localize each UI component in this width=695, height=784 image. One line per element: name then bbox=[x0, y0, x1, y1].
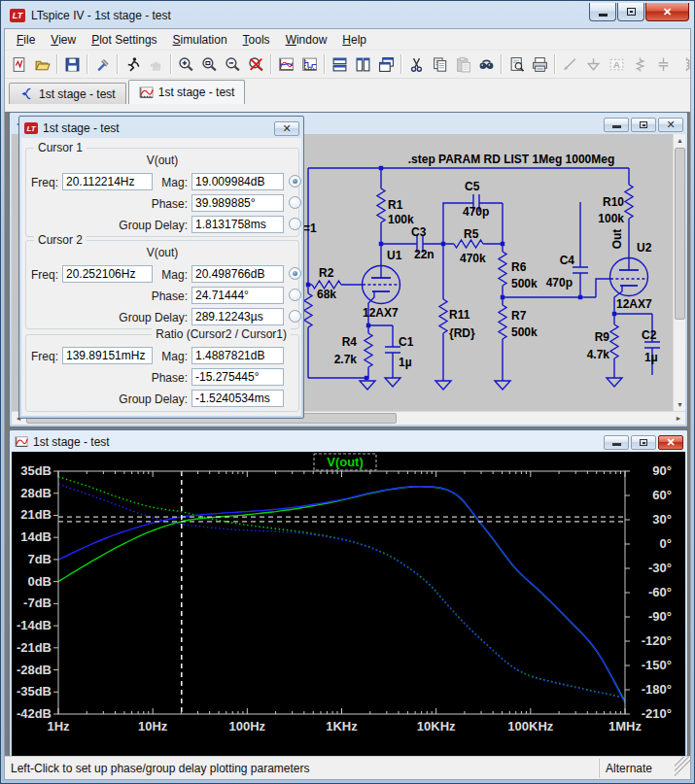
cut-button[interactable] bbox=[404, 53, 428, 76]
component-value[interactable]: 470k bbox=[460, 252, 486, 265]
cursor2-mag-radio[interactable] bbox=[289, 267, 301, 280]
component-ref[interactable]: R11 bbox=[449, 308, 470, 322]
net-label-out[interactable]: Out bbox=[610, 229, 624, 250]
menu-file[interactable]: File bbox=[9, 30, 43, 50]
minimize-button[interactable] bbox=[589, 3, 616, 21]
schematic-close-button[interactable]: ✕ bbox=[658, 118, 683, 132]
component-ref[interactable]: C3 bbox=[411, 225, 427, 239]
resistor-symbol-R4[interactable] bbox=[365, 325, 372, 379]
cursor2-phase-radio[interactable] bbox=[289, 289, 301, 301]
bode-plot-pane[interactable]: 35dB28dB21dB14dB7dB0dB-7dB-14dB-21dB-28d… bbox=[12, 452, 685, 754]
component-value[interactable]: 100k bbox=[388, 213, 414, 226]
tube-ref[interactable]: U2 bbox=[637, 241, 652, 255]
cursor-dialog-titlebar[interactable]: LT 1st stage - test ✕ bbox=[21, 119, 301, 138]
component-ref[interactable]: R10 bbox=[603, 195, 624, 209]
component-value[interactable]: {RD} bbox=[449, 326, 475, 340]
menu-window[interactable]: Window bbox=[278, 30, 335, 50]
find-button[interactable] bbox=[474, 53, 498, 76]
scroll-right-icon[interactable]: ► bbox=[672, 412, 685, 425]
tab-schematic[interactable]: 1st stage - test bbox=[9, 83, 126, 104]
plot-close-button[interactable]: ✕ bbox=[658, 435, 683, 450]
print-preview-button[interactable] bbox=[504, 53, 528, 76]
component-ref[interactable]: R5 bbox=[464, 227, 479, 241]
ratio-group-delay-field[interactable] bbox=[191, 390, 284, 407]
menu-view[interactable]: View bbox=[43, 30, 84, 50]
cursor2-group-delay-radio[interactable] bbox=[289, 310, 301, 323]
component-value[interactable]: 500k bbox=[511, 325, 538, 339]
menu-help[interactable]: Help bbox=[334, 30, 374, 50]
autorange-button[interactable] bbox=[274, 53, 297, 76]
menu-plot-settings[interactable]: Plot Settings bbox=[84, 30, 164, 50]
component-ref[interactable]: C5 bbox=[465, 180, 480, 193]
cursor1-mag-radio[interactable] bbox=[289, 175, 301, 187]
cursor1-group-delay-field[interactable] bbox=[191, 216, 284, 233]
new-schematic-button[interactable] bbox=[7, 53, 30, 76]
capacitor-symbol-C4[interactable] bbox=[573, 202, 588, 297]
tube-ref[interactable]: U1 bbox=[387, 249, 402, 262]
component-value[interactable]: 2.7k bbox=[334, 353, 358, 366]
print-button[interactable] bbox=[528, 53, 551, 76]
component-value[interactable]: 500k bbox=[511, 277, 538, 290]
run-button[interactable] bbox=[121, 53, 144, 76]
cascade-button[interactable] bbox=[374, 53, 398, 76]
main-titlebar[interactable]: LT LTspice IV - 1st stage - test ✕ bbox=[4, 1, 691, 28]
component-ref[interactable]: R1 bbox=[388, 198, 403, 212]
close-button[interactable]: ✕ bbox=[645, 3, 689, 21]
schematic-vscrollbar[interactable]: ▲ ▼ bbox=[673, 134, 685, 411]
component-ref[interactable]: C2 bbox=[642, 328, 657, 342]
plot-minimize-button[interactable] bbox=[604, 435, 629, 450]
copy-button[interactable] bbox=[428, 53, 451, 76]
zoom-extents-button[interactable] bbox=[197, 53, 221, 76]
plot-window-titlebar[interactable]: 1st stage - test ✕ bbox=[12, 432, 685, 452]
cursor2-phase-field[interactable] bbox=[191, 287, 284, 304]
schematic-restore-button[interactable] bbox=[631, 118, 656, 132]
resistor-symbol[interactable] bbox=[304, 293, 312, 327]
component-ref[interactable]: R6 bbox=[511, 260, 527, 274]
component-ref[interactable]: C1 bbox=[399, 335, 414, 349]
capacitor-symbol-C2[interactable] bbox=[614, 314, 660, 375]
tube-type[interactable]: 12AX7 bbox=[363, 306, 399, 320]
ratio-phase-field[interactable] bbox=[191, 368, 284, 386]
component-value[interactable]: 1µ bbox=[399, 356, 412, 369]
resistor-symbol-R11[interactable] bbox=[439, 244, 447, 381]
vscroll-thumb[interactable] bbox=[675, 148, 685, 320]
control-panel-button[interactable] bbox=[90, 53, 114, 76]
resize-grip[interactable] bbox=[675, 757, 690, 779]
cursor1-phase-field[interactable] bbox=[191, 194, 284, 212]
component-value[interactable]: 470p bbox=[546, 276, 573, 290]
component-ref[interactable]: R9 bbox=[595, 330, 610, 344]
component-value[interactable]: 1µ bbox=[644, 351, 658, 364]
menu-tools[interactable]: Tools bbox=[235, 30, 278, 50]
spice-directive[interactable]: .step PARAM RD LIST 1Meg 1000Meg bbox=[408, 153, 614, 166]
zoom-in-button[interactable] bbox=[174, 53, 197, 76]
component-value[interactable]: 22n bbox=[414, 248, 434, 261]
plot-restore-button[interactable] bbox=[631, 435, 656, 450]
component-value[interactable]: 68k bbox=[317, 288, 336, 301]
component-ref[interactable]: R4 bbox=[342, 335, 358, 349]
component-ref[interactable]: C4 bbox=[560, 254, 575, 267]
tile-vertical-button[interactable] bbox=[328, 53, 351, 76]
scroll-up-icon[interactable]: ▲ bbox=[674, 134, 685, 147]
save-button[interactable] bbox=[60, 53, 84, 76]
zoom-undo-button[interactable] bbox=[244, 53, 267, 76]
cursor1-mag-field[interactable] bbox=[191, 173, 284, 190]
component-value[interactable]: 4.7k bbox=[587, 348, 610, 361]
resistor-symbol-R6-R7[interactable] bbox=[499, 244, 506, 381]
resistor-symbol-R5[interactable] bbox=[443, 240, 503, 248]
scroll-down-icon[interactable]: ▼ bbox=[674, 398, 685, 411]
capacitor-symbol-C1[interactable] bbox=[368, 325, 400, 378]
component-value[interactable]: 100k bbox=[598, 212, 624, 225]
cursor1-group-delay-radio[interactable] bbox=[289, 218, 301, 230]
legend-trace-label[interactable]: V(out) bbox=[327, 455, 364, 469]
plot-settings-button[interactable] bbox=[297, 53, 321, 76]
component-ref[interactable]: R2 bbox=[319, 266, 334, 280]
cursor2-group-delay-field[interactable] bbox=[191, 308, 284, 325]
resistor-symbol-R9[interactable] bbox=[610, 314, 618, 378]
resistor-symbol-R1[interactable] bbox=[377, 168, 385, 278]
menu-simulation[interactable]: Simulation bbox=[165, 30, 235, 50]
ratio-mag-field[interactable] bbox=[191, 347, 284, 364]
open-button[interactable] bbox=[30, 53, 53, 76]
schematic-minimize-button[interactable] bbox=[604, 118, 629, 132]
component-ref[interactable]: R7 bbox=[511, 309, 527, 323]
cursor1-phase-radio[interactable] bbox=[289, 196, 301, 209]
